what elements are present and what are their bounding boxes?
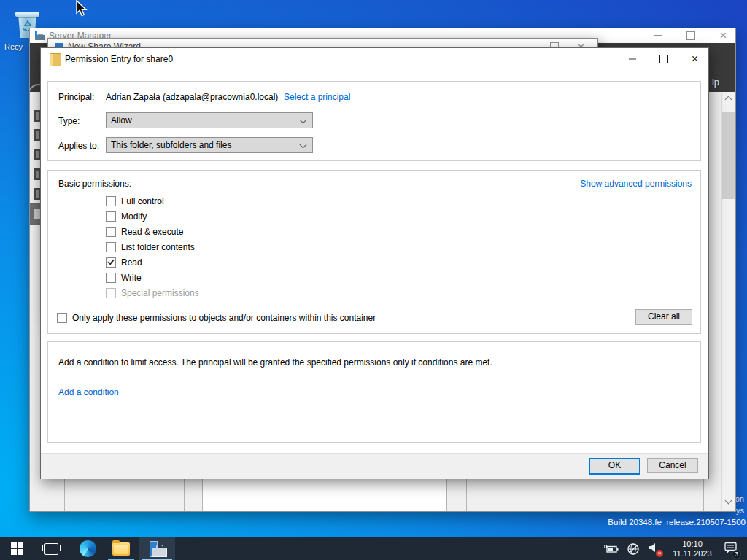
permission-row[interactable]: Special permissions [106,288,199,298]
power-status-icon[interactable] [604,543,620,555]
scrollbar-thumb[interactable] [722,112,735,199]
scrollbar[interactable] [721,93,735,510]
permission-entry-dialog: Permission Entry for share0 × Principal:… [40,47,709,479]
permission-row[interactable]: Write [106,273,199,282]
type-label: Type: [58,116,80,126]
file-explorer-button[interactable] [105,537,137,560]
permission-label: Write [121,273,142,283]
windows-logo-icon [11,542,23,555]
permission-label: Read [121,257,142,268]
condition-group: Add a condition to limit access. The pri… [47,341,701,443]
tray-time: 10:10 [667,540,718,549]
dialog-footer: OK Cancel [41,453,708,479]
permission-row[interactable]: List folder contents [106,242,199,252]
cancel-button[interactable]: Cancel [647,458,698,473]
type-dropdown[interactable]: Allow [106,112,313,128]
permission-label: Special permissions [121,288,199,298]
build-watermark: Build 20348.fe_release.210507-1500 [608,518,746,526]
permission-checkbox[interactable] [106,196,116,206]
tray-clock[interactable]: 10:10 11.11.2023 [667,540,718,559]
dialog-title: Permission Entry for share0 [65,54,173,64]
principal-group: Principal: Adrian Zapała (adzapala@praco… [47,81,701,161]
permission-label: Modify [121,211,147,222]
permission-checkbox[interactable] [106,257,116,268]
type-dropdown-value: Allow [111,115,132,125]
permission-label: Full control [121,196,164,206]
maximize-icon[interactable] [686,31,695,40]
edge-icon [80,540,96,557]
permissions-folder-icon [50,53,61,66]
server-manager-button[interactable] [139,537,175,560]
permission-checkbox[interactable] [106,242,116,252]
server-manager-taskbar-icon [147,541,166,557]
clear-all-button[interactable]: Clear all [635,309,692,325]
permission-row[interactable]: Full control [106,196,199,206]
principal-value: Adrian Zapała (adzapala@pracownia0.local… [106,92,278,102]
chevron-down-icon [300,117,307,124]
permission-checkbox[interactable] [106,273,116,283]
add-condition-link[interactable]: Add a condition [58,387,119,397]
only-apply-label: Only apply these permissions to objects … [72,313,376,323]
network-globe-icon[interactable] [626,542,640,556]
window-fragment-ys: ys [736,506,744,515]
basic-permissions-group: Basic permissions: Show advanced permiss… [47,170,701,334]
mute-badge: × [656,550,663,557]
basic-permissions-label: Basic permissions: [58,179,131,189]
edge-button[interactable] [71,537,104,560]
server-manager-icon [34,31,47,41]
close-icon[interactable]: × [720,31,727,41]
applies-to-dropdown[interactable]: This folder, subfolders and files [106,137,313,153]
permission-row[interactable]: Read & execute [106,227,199,236]
minimize-icon[interactable] [654,35,662,36]
recycle-bin-rim [15,12,39,17]
notification-count-badge: 3 [732,550,741,559]
permission-checkbox[interactable] [106,227,116,237]
permission-row[interactable]: Modify [106,211,199,221]
scroll-down-icon[interactable] [725,497,732,505]
window-fragment-on: on [735,494,744,503]
screen: Recy on ys Server Manager × ← lp [0,0,747,560]
dialog-titlebar[interactable]: Permission Entry for share0 × [41,48,708,70]
permission-label: Read & execute [121,227,183,237]
only-apply-checkbox[interactable] [57,313,67,323]
show-advanced-permissions-link[interactable]: Show advanced permissions [580,179,692,189]
permissions-list: Full control Modify Read & execute List … [106,196,199,303]
tray-date: 11.11.2023 [667,549,718,559]
volume-muted-icon[interactable]: × [646,541,661,557]
only-apply-row[interactable]: Only apply these permissions to objects … [57,313,376,323]
maximize-icon[interactable] [659,55,668,63]
permission-checkbox[interactable] [106,288,116,298]
condition-text: Add a condition to limit access. The pri… [58,357,492,368]
file-explorer-icon [112,542,130,556]
scroll-up-icon[interactable] [725,96,732,104]
help-menu-fragment[interactable]: lp [712,77,719,88]
start-button[interactable] [0,537,34,560]
mouse-cursor [75,0,88,18]
close-icon[interactable]: × [692,54,698,64]
task-view-icon [44,543,58,555]
ok-button[interactable]: OK [589,458,640,475]
applies-to-label: Applies to: [58,141,99,151]
applies-to-dropdown-value: This folder, subfolders and files [111,140,231,150]
chevron-down-icon [300,141,307,149]
principal-label: Principal: [58,92,94,102]
permission-checkbox[interactable] [106,211,116,222]
permission-row[interactable]: Read [106,257,199,267]
minimize-icon[interactable] [629,58,636,60]
notification-center-button[interactable]: 3 [724,541,738,557]
permission-label: List folder contents [121,242,195,252]
system-tray: × 10:10 11.11.2023 3 [604,537,747,560]
select-principal-link[interactable]: Select a principal [284,92,350,102]
task-view-button[interactable] [35,537,67,560]
